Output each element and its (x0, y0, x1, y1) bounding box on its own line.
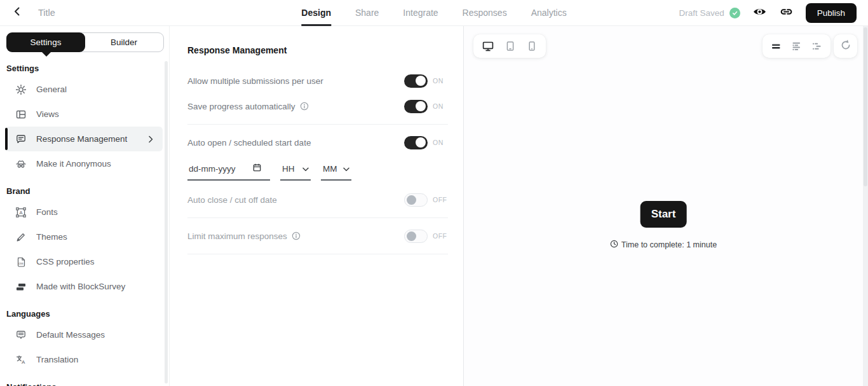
mobile-preview-icon[interactable] (526, 40, 538, 52)
survey-title[interactable]: Title (38, 8, 55, 18)
toggle-state-label: OFF (433, 232, 448, 240)
sidebar-item-made-with-blocksurvey[interactable]: Made with BlockSurvey (5, 274, 163, 299)
minute-select-value: MM (323, 164, 337, 174)
toggle-save-progress[interactable] (404, 100, 428, 113)
tab-design[interactable]: Design (301, 0, 331, 26)
setting-row-auto-open: Auto open / scheduled start date ON (187, 130, 448, 155)
clock-icon (610, 240, 618, 250)
mode-builder-tab[interactable]: Builder (85, 33, 163, 52)
section-heading-settings: Settings (0, 64, 169, 73)
section-heading-languages: Languages (0, 309, 169, 319)
chevron-left-icon (11, 6, 23, 20)
toggle-knob (416, 101, 426, 111)
toggle-state-label: ON (433, 102, 448, 110)
view-mode-switcher (763, 34, 831, 58)
chat-view-icon[interactable] (811, 42, 822, 51)
survey-preview-area: Start Time to complete: 1 minute (464, 26, 868, 386)
setting-label: Auto open / scheduled start date (187, 138, 311, 148)
back-button[interactable] (11, 6, 23, 20)
draft-status: Draft Saved (679, 8, 740, 18)
section-heading-brand: Brand (0, 186, 169, 196)
sidebar-item-label: Themes (36, 232, 67, 242)
main-tabs: Design Share Integrate Responses Analyti… (301, 0, 566, 26)
toggle-auto-open[interactable] (404, 136, 428, 149)
message-bubble-icon (15, 329, 27, 341)
setting-label: Allow multiple submissions per user (187, 76, 323, 86)
mode-settings-label: Settings (31, 38, 62, 47)
chevron-down-icon (343, 164, 349, 174)
sidebar-item-make-anonymous[interactable]: Make it Anonymous (5, 151, 163, 176)
setting-label-text: Limit maximum responses (187, 231, 287, 241)
sidebar-scrollbar[interactable] (165, 61, 168, 383)
toggle-auto-close[interactable] (404, 193, 428, 207)
toggle-state-label: ON (433, 139, 448, 146)
start-hour-select[interactable]: HH (280, 160, 311, 181)
publish-button[interactable]: Publish (806, 3, 857, 23)
tab-integrate[interactable]: Integrate (403, 0, 438, 26)
time-to-complete-note: Time to complete: 1 minute (464, 240, 863, 250)
start-date-input-wrap (187, 160, 270, 181)
tablet-preview-icon[interactable] (505, 40, 516, 52)
setting-row-multiple-submissions: Allow multiple submissions per user ON (187, 68, 448, 93)
section-heading-notifications: Notifications (0, 382, 169, 386)
preview-scrollbar-track[interactable] (863, 26, 868, 386)
refresh-preview-button[interactable] (834, 34, 857, 58)
font-frame-icon: A (15, 207, 27, 218)
sidebar-item-label: Default Messages (36, 330, 105, 340)
mode-settings-tab[interactable]: Settings (6, 32, 85, 52)
copy-link-button[interactable] (779, 6, 794, 20)
blocksurvey-logo-icon (15, 281, 27, 293)
active-mode-pointer (42, 52, 51, 57)
toggle-knob (416, 137, 426, 148)
info-icon[interactable] (292, 231, 301, 240)
refresh-icon (839, 39, 852, 54)
divider (187, 217, 448, 218)
mode-builder-label: Builder (111, 38, 137, 47)
toggle-multiple-submissions[interactable] (404, 74, 428, 88)
sidebar-item-views[interactable]: Views (5, 102, 163, 127)
toggle-limit-responses[interactable] (404, 230, 428, 243)
sidebar-item-default-messages[interactable]: Default Messages (5, 322, 163, 347)
sidebar-item-general[interactable]: General (5, 77, 163, 102)
sidebar-item-response-management[interactable]: Response Management (5, 127, 163, 151)
calendar-icon[interactable] (252, 163, 262, 175)
chevron-down-icon (302, 164, 309, 174)
schedule-inputs: HH MM (187, 160, 448, 181)
toggle-knob (407, 231, 416, 241)
translate-icon: A (15, 354, 27, 366)
top-bar: Title Design Share Integrate Responses A… (0, 0, 868, 26)
desktop-preview-icon[interactable] (482, 40, 494, 52)
tab-responses[interactable]: Responses (463, 0, 507, 26)
response-management-panel: Response Management Allow multiple submi… (170, 26, 464, 386)
saved-check-icon (729, 8, 740, 18)
sidebar-item-label: Fonts (36, 207, 58, 217)
sidebar-item-themes[interactable]: Themes (5, 224, 163, 249)
sidebar-item-fonts[interactable]: A Fonts (5, 200, 163, 224)
info-icon[interactable] (300, 102, 309, 111)
panel-heading: Response Management (187, 45, 448, 55)
preview-scrollbar-thumb[interactable] (864, 27, 867, 186)
start-survey-button[interactable]: Start (641, 201, 687, 228)
mode-switch: Settings Builder (6, 32, 164, 52)
sidebar-item-translation[interactable]: A Translation (5, 347, 163, 372)
views-layout-icon (15, 109, 27, 120)
start-date-input[interactable] (189, 164, 252, 174)
preview-eye-button[interactable] (752, 6, 767, 20)
sidebar-item-label: Translation (36, 355, 78, 364)
classic-view-icon[interactable] (771, 42, 782, 51)
sidebar-item-label: CSS properties (36, 257, 95, 266)
divider (187, 124, 448, 125)
svg-text:A: A (22, 359, 25, 365)
setting-label: Save progress automatically (187, 102, 309, 111)
setting-label: Limit maximum responses (187, 231, 301, 241)
tab-analytics[interactable]: Analytics (531, 0, 567, 26)
svg-text:css: css (18, 261, 24, 265)
draft-status-text: Draft Saved (679, 8, 724, 18)
start-minute-select[interactable]: MM (321, 160, 351, 181)
setting-row-auto-close: Auto close / cut off date OFF (187, 187, 448, 212)
sidebar-item-css-properties[interactable]: css CSS properties (5, 249, 163, 274)
toggle-knob (407, 195, 416, 205)
setting-row-save-progress: Save progress automatically ON (187, 93, 448, 119)
tab-share[interactable]: Share (355, 0, 379, 26)
focused-view-icon[interactable] (791, 42, 802, 51)
